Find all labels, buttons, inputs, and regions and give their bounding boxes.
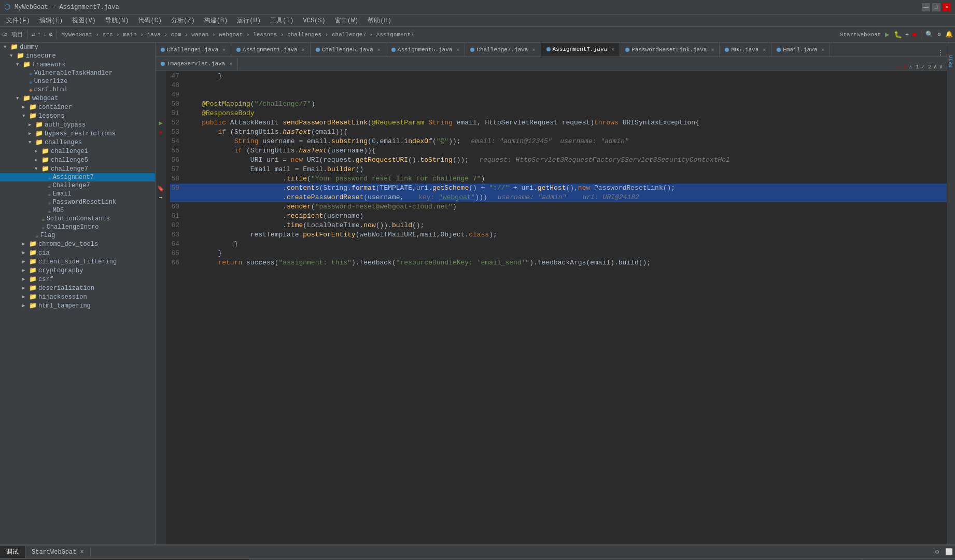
menu-item-help[interactable]: 帮助(H) xyxy=(363,15,396,26)
gutter-59a[interactable]: 🔖 xyxy=(157,184,164,193)
tree-label-lessons: lessons xyxy=(38,113,64,120)
tab-imageservlet[interactable]: ImageServlet.java ✕ xyxy=(156,58,238,70)
tab-challenge7[interactable]: Challenge7.java ✕ xyxy=(465,43,541,57)
tree-item-webgoat[interactable]: ▼ 📁 webgoat xyxy=(0,94,155,103)
toolbar-settings[interactable]: ⚙ xyxy=(49,31,52,38)
folder-icon-cia: 📁 xyxy=(29,249,37,257)
debug-button[interactable]: 🐛 xyxy=(894,31,902,39)
folder-icon-bypass: 📁 xyxy=(35,130,43,137)
tree-item-md5[interactable]: ▶ ☕ MD5 xyxy=(0,206,155,215)
bottom-maximize-icon[interactable]: ⬜ xyxy=(943,548,955,556)
tree-item-challenges[interactable]: ▼ 📁 challenges xyxy=(0,138,155,147)
toolbar-up[interactable]: ↑ xyxy=(37,31,41,38)
tab-close-challenge1[interactable]: ✕ xyxy=(222,47,226,53)
tree-item-hijacksession[interactable]: ▶ 📁 hijacksession xyxy=(0,292,155,301)
tree-item-cryptography[interactable]: ▶ 📁 cryptography xyxy=(0,266,155,275)
tree-item-html-tampering[interactable]: ▶ 📁 html_tampering xyxy=(0,301,155,310)
tab-close-challenge7[interactable]: ✕ xyxy=(532,47,535,53)
tab-md5[interactable]: MD5.java ✕ xyxy=(720,43,771,57)
tree-item-container[interactable]: ▶ 📁 container xyxy=(0,103,155,111)
tab-close-assignment7[interactable]: ✕ xyxy=(611,46,614,52)
tree-item-unserlize[interactable]: ▶ ☕ Unserlize xyxy=(0,77,155,86)
run-button[interactable]: ▶ xyxy=(885,30,889,39)
nav-down-icon[interactable]: ∨ xyxy=(939,63,943,70)
tree-item-insecure[interactable]: ▼ 📁 insecure xyxy=(0,51,155,60)
tree-item-assignment7[interactable]: ▶ ☕ Assignment7 xyxy=(0,173,155,181)
tree-item-auth-bypass[interactable]: ▶ 📁 auth_bypass xyxy=(0,120,155,129)
stop-button[interactable]: ■ xyxy=(912,31,916,39)
tab-close-challenge5[interactable]: ✕ xyxy=(377,47,381,53)
tree-item-challengeintro[interactable]: ▶ ☕ ChallengeIntro xyxy=(0,223,155,231)
tab-challenge5[interactable]: Challenge5.java ✕ xyxy=(311,43,386,57)
menu-item-analyze[interactable]: 分析(Z) xyxy=(167,15,199,26)
notifications-icon[interactable]: 🔔 xyxy=(945,31,953,38)
tab-assignment1[interactable]: Assignment1.java ✕ xyxy=(231,43,311,57)
close-button[interactable]: ✕ xyxy=(943,3,951,11)
tab-close-assignment5[interactable]: ✕ xyxy=(456,47,459,53)
tab-close-md5[interactable]: ✕ xyxy=(763,47,766,53)
app-icon: ⬡ xyxy=(4,3,10,11)
tree-item-csrf[interactable]: ▶ ◈ csrf.html xyxy=(0,86,155,94)
bottom-tab-debug[interactable]: 调试 xyxy=(0,546,25,558)
tab-assignment7[interactable]: Assignment7.java ✕ xyxy=(541,43,621,57)
tab-close-assignment1[interactable]: ✕ xyxy=(302,47,305,53)
settings-gear-icon[interactable]: ⚙ xyxy=(937,31,941,38)
maximize-button[interactable]: □ xyxy=(932,3,940,11)
search-icon[interactable]: 🔍 xyxy=(925,31,933,38)
bottom-panel: 调试 StartWebGoat × ⚙ ⬜ ▶ ↷ ↓ ↑ ⇥ ⌨ ■ ⚙ ⏸ … xyxy=(0,544,955,560)
tab-passwordresetlink[interactable]: PasswordResetLink.java ✕ xyxy=(620,43,720,57)
folder-icon-ch1: 📁 xyxy=(41,147,49,155)
tree-item-challenge7-file[interactable]: ▶ ☕ Challenge7 xyxy=(0,181,155,190)
toolbar-sync[interactable]: ⇄ xyxy=(32,31,35,38)
tree-item-chrome-dev-tools[interactable]: ▶ 📁 chrome_dev_tools xyxy=(0,240,155,248)
bottom-tab-startwebgoat[interactable]: StartWebGoat × xyxy=(25,547,91,557)
tree-item-vulnerabletaskhandler[interactable]: ▶ ☕ VulnerableTaskHandler xyxy=(0,69,155,77)
tree-item-solutionconstants[interactable]: ▶ ☕ SolutionConstants xyxy=(0,215,155,223)
coverage-button[interactable]: ☂ xyxy=(905,31,909,39)
tab-label-challenge5: Challenge5.java xyxy=(322,47,373,53)
tree-item-flag[interactable]: ▶ ☕ Flag xyxy=(0,231,155,240)
code-47: } xyxy=(186,72,222,81)
bottom-settings-icon[interactable]: ⚙ xyxy=(931,548,943,556)
tab-close-email[interactable]: ✕ xyxy=(821,47,824,53)
menu-item-run[interactable]: 运行(U) xyxy=(233,15,265,26)
title-bar-controls[interactable]: — □ ✕ xyxy=(922,3,951,11)
tree-item-passwordresetlink[interactable]: ▶ ☕ PasswordResetLink xyxy=(0,198,155,206)
tree-item-email[interactable]: ▶ ☕ Email xyxy=(0,190,155,198)
tree-item-deserialization[interactable]: ▶ 📁 deserialization xyxy=(0,284,155,292)
gutter-52[interactable]: ▶ xyxy=(159,118,162,128)
menu-item-code[interactable]: 代码(C) xyxy=(134,15,166,26)
tree-item-dummy[interactable]: ▼ 📁 dummy xyxy=(0,43,155,51)
tree-item-framework[interactable]: ▼ 📁 framework xyxy=(0,60,155,69)
tab-email[interactable]: Email.java ✕ xyxy=(771,43,830,57)
tree-item-client-side-filtering[interactable]: ▶ 📁 client_side_filtering xyxy=(0,257,155,266)
gutter-59b[interactable]: ➡ xyxy=(159,193,163,202)
tree-item-cia[interactable]: ▶ 📁 cia xyxy=(0,248,155,257)
tree-item-bypass-restrictions[interactable]: ▶ 📁 bypass_restrictions xyxy=(0,129,155,138)
menu-item-vcs[interactable]: VCS(S) xyxy=(299,16,329,25)
menu-item-tools[interactable]: 工具(T) xyxy=(266,15,298,26)
gutter-53[interactable]: ● xyxy=(159,128,162,137)
nav-up-icon[interactable]: ∧ xyxy=(934,63,937,70)
menu-item-edit[interactable]: 编辑(E) xyxy=(35,15,67,26)
ln-56: 56 xyxy=(170,156,186,165)
tree-item-csrf-folder[interactable]: ▶ 📁 csrf xyxy=(0,275,155,284)
tab-close-prl[interactable]: ✕ xyxy=(711,47,714,53)
menu-item-nav[interactable]: 导航(N) xyxy=(101,15,133,26)
tree-item-challenge5[interactable]: ▶ 📁 challenge5 xyxy=(0,156,155,164)
minimize-button[interactable]: — xyxy=(922,3,930,11)
tree-item-challenge7[interactable]: ▼ 📁 challenge7 xyxy=(0,164,155,173)
tree-item-challenge1[interactable]: ▶ 📁 challenge1 xyxy=(0,147,155,156)
menu-item-window[interactable]: 窗口(W) xyxy=(331,15,363,26)
tab-assignment5[interactable]: Assignment5.java ✕ xyxy=(386,43,466,57)
tree-item-lessons[interactable]: ▼ 📁 lessons xyxy=(0,111,155,120)
tab-overflow-icon[interactable]: ⋮ xyxy=(934,49,947,57)
menu-item-view[interactable]: 视图(V) xyxy=(68,15,100,26)
error-count-icon: ⚠ 2 xyxy=(896,63,907,70)
toolbar-down[interactable]: ↓ xyxy=(43,31,47,38)
bottom-tab-bar: 调试 StartWebGoat × ⚙ ⬜ xyxy=(0,545,955,559)
tab-challenge1[interactable]: Challenge1.java ✕ xyxy=(156,43,231,57)
tab-close-imageservlet[interactable]: ✕ xyxy=(229,61,232,67)
menu-item-file[interactable]: 文件(F) xyxy=(2,15,34,26)
menu-item-build[interactable]: 构建(B) xyxy=(200,15,232,26)
